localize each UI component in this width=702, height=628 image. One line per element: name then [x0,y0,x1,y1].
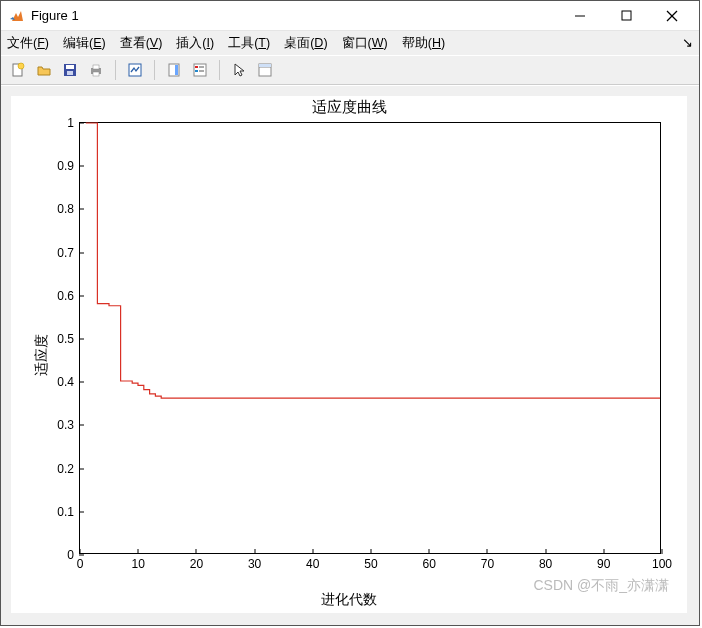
menubar: 文件(F) 编辑(E) 查看(V) 插入(I) 工具(T) 桌面(D) 窗口(W… [1,31,699,55]
open-folder-icon [36,62,52,78]
edit-pointer-button[interactable] [228,59,250,81]
toolbar-separator [154,60,155,80]
print-button[interactable] [85,59,107,81]
x-tick-mark [371,549,372,554]
minimize-icon [574,10,586,22]
x-tick-mark [545,549,546,554]
x-tick-label: 100 [652,553,672,571]
x-tick-label: 60 [423,553,436,571]
svg-rect-11 [93,72,99,76]
svg-rect-1 [622,11,631,20]
colorbar-icon [166,62,182,78]
new-file-icon [10,62,26,78]
fitness-line-plot [80,123,660,553]
y-tick-label: 0.2 [57,462,80,476]
axes[interactable]: 00.10.20.30.40.50.60.70.80.9101020304050… [79,122,661,554]
svg-rect-22 [259,64,271,67]
x-tick-label: 50 [364,553,377,571]
print-icon [88,62,104,78]
x-tick-mark [487,549,488,554]
y-tick-mark [79,166,84,167]
menu-view[interactable]: 查看(V) [120,35,163,52]
maximize-icon [621,10,632,21]
menu-edit[interactable]: 编辑(E) [63,35,106,52]
y-axis-label: 适应度 [33,334,51,376]
minimize-button[interactable] [557,1,603,31]
figure-window: Figure 1 文件(F) 编辑(E) 查看(V) 插入(I) 工具(T) 桌… [0,0,700,626]
y-tick-label: 0.8 [57,202,80,216]
menu-overflow-icon[interactable]: ↘ [682,35,693,50]
titlebar: Figure 1 [1,1,699,31]
maximize-button[interactable] [603,1,649,31]
menu-file[interactable]: 文件(F) [7,35,49,52]
save-icon [62,62,78,78]
y-tick-label: 0.1 [57,505,80,519]
svg-rect-7 [66,65,74,69]
x-tick-label: 90 [597,553,610,571]
y-tick-label: 0.6 [57,289,80,303]
y-tick-label: 0.7 [57,246,80,260]
close-button[interactable] [649,1,695,31]
link-plot-button[interactable] [124,59,146,81]
new-figure-button[interactable] [7,59,29,81]
toolbar-separator [115,60,116,80]
open-button[interactable] [33,59,55,81]
plot-area: 适应度曲线 适应度 进化代数 00.10.20.30.40.50.60.70.8… [1,86,699,625]
y-tick-mark [79,468,84,469]
x-tick-mark [429,549,430,554]
y-tick-label: 0.9 [57,159,80,173]
y-tick-mark [79,209,84,210]
close-icon [666,10,678,22]
y-tick-mark [79,295,84,296]
menu-tools[interactable]: 工具(T) [228,35,270,52]
toolbar [1,55,699,85]
y-tick-label: 0.4 [57,375,80,389]
svg-rect-8 [67,71,73,75]
property-inspector-button[interactable] [254,59,276,81]
matlab-icon [9,8,25,24]
y-tick-mark [79,382,84,383]
x-tick-mark [603,549,604,554]
x-tick-label: 10 [132,553,145,571]
y-tick-mark [79,252,84,253]
menu-insert[interactable]: 插入(I) [176,35,214,52]
window-title: Figure 1 [31,8,79,23]
legend-icon [192,62,208,78]
x-tick-label: 70 [481,553,494,571]
x-tick-mark [196,549,197,554]
menu-help[interactable]: 帮助(H) [402,35,445,52]
y-tick-label: 0.5 [57,332,80,346]
svg-rect-14 [175,65,178,75]
x-axis-label: 进化代数 [11,591,687,609]
y-tick-label: 0.3 [57,418,80,432]
x-tick-mark [662,549,663,554]
insert-colorbar-button[interactable] [163,59,185,81]
svg-point-5 [18,63,24,69]
menu-desktop[interactable]: 桌面(D) [284,35,327,52]
plot-canvas: 适应度曲线 适应度 进化代数 00.10.20.30.40.50.60.70.8… [11,96,687,613]
svg-rect-17 [195,70,198,72]
insert-legend-button[interactable] [189,59,211,81]
menu-window[interactable]: 窗口(W) [342,35,388,52]
pointer-icon [231,62,247,78]
x-tick-mark [312,549,313,554]
series-line [86,123,660,398]
x-tick-label: 30 [248,553,261,571]
x-tick-label: 20 [190,553,203,571]
toolbar-separator [219,60,220,80]
x-tick-label: 40 [306,553,319,571]
y-tick-mark [79,511,84,512]
svg-rect-10 [93,65,99,69]
chart-title: 适应度曲线 [11,96,687,117]
link-icon [127,62,143,78]
x-tick-mark [138,549,139,554]
inspector-icon [257,62,273,78]
svg-rect-16 [195,66,198,68]
y-tick-mark [79,123,84,124]
x-tick-mark [254,549,255,554]
y-tick-mark [79,339,84,340]
x-tick-mark [80,549,81,554]
x-tick-label: 80 [539,553,552,571]
y-tick-mark [79,425,84,426]
save-button[interactable] [59,59,81,81]
